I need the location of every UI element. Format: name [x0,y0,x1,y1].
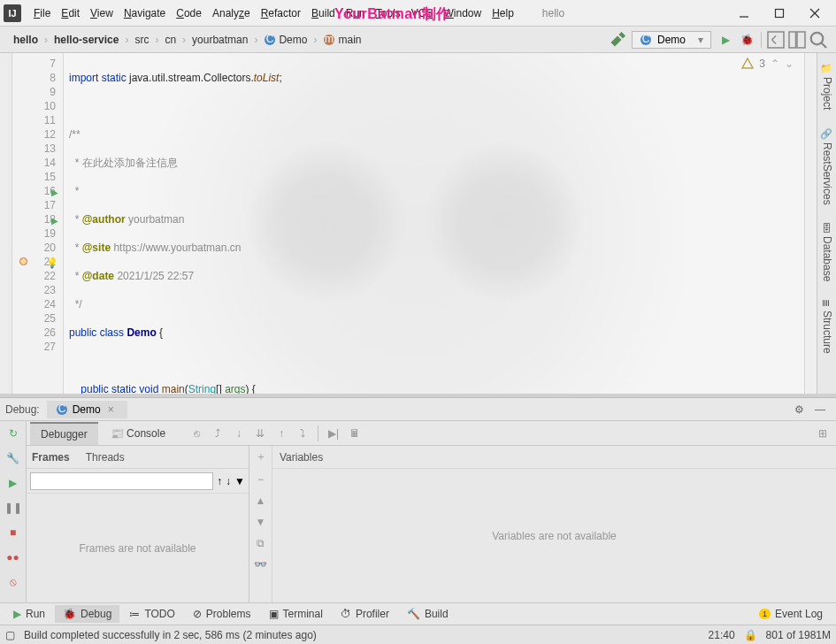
svg-text:C: C [266,34,274,45]
run-to-cursor-icon[interactable]: ▶| [324,424,343,443]
build-hammer-icon[interactable] [607,29,628,50]
step-into-icon[interactable]: ↓ [229,424,249,443]
crumb-class[interactable]: CDemo [257,33,313,47]
stop-icon[interactable]: ■ [4,524,22,541]
frame-filter-icon[interactable]: ▼ [234,475,245,487]
frames-empty-text: Frames are not available [27,494,249,602]
tab-build[interactable]: 🔨Build [399,605,456,623]
svg-rect-11 [789,32,796,48]
left-gutter-strip[interactable] [0,53,12,394]
tab-problems[interactable]: ⊘Problems [185,605,259,623]
debug-tool-window: Debug: C Demo × ⚙ — ↻ 🔧 ▶ ❚❚ ■ ●● ⦸ Debu… [0,397,836,602]
tab-debug[interactable]: 🐞Debug [55,605,119,623]
tab-event-log[interactable]: 1Event Log [751,605,831,623]
menu-analyze[interactable]: Analyze [207,7,256,19]
subtab-threads[interactable]: Threads [86,451,125,464]
watches-view-icon[interactable]: 👓 [254,558,267,571]
code-editor[interactable]: 3 ⌃⌄ 78910 11121314 15 16▶ 17 18▶ 1920 2… [12,53,817,394]
variables-title: Variables [272,446,836,469]
tab-project[interactable]: 📁 Project [819,58,835,113]
tab-run[interactable]: ▶Run [5,605,53,623]
memory-indicator[interactable]: 801 of 1981M [766,629,831,641]
intention-bulb-icon[interactable]: 💡 [46,256,58,270]
tab-terminal[interactable]: ▣Terminal [261,605,331,623]
caret-position[interactable]: 21:40 [709,629,735,641]
code-area[interactable]: import static java.util.stream.Collector… [64,53,804,394]
tab-restservices[interactable]: 🔗 RestServices [819,124,835,209]
evaluate-icon[interactable]: 🖩 [345,424,364,443]
close-tab-icon[interactable]: × [108,403,119,416]
tool-windows-icon[interactable]: ▢ [5,629,15,641]
lock-icon[interactable]: 🔒 [744,629,757,641]
select-in-icon[interactable] [786,29,808,50]
force-step-into-icon[interactable]: ⇊ [250,424,270,443]
menu-help[interactable]: Help [487,7,519,19]
modify-run-icon[interactable]: 🔧 [4,449,22,467]
resume-icon[interactable]: ▶ [4,474,22,492]
show-exec-icon[interactable]: ⎋ [187,424,206,443]
debug-title-label: Debug: [5,403,40,416]
breakpoint-icon[interactable] [19,257,27,265]
tab-database[interactable]: 🗄 Database [819,219,835,285]
tab-structure[interactable]: ≣ Structure [819,295,835,357]
watch-down-icon[interactable]: ▼ [256,516,266,528]
status-message: Build completed successfully in 2 sec, 5… [24,629,317,641]
menu-window[interactable]: Window [438,7,487,19]
variables-empty-text: Variables are not available [272,469,836,602]
menu-refactor[interactable]: Refactor [256,7,306,19]
step-over-icon[interactable]: ⤴ [208,424,227,443]
debug-hide-icon[interactable]: — [809,399,831,420]
view-breakpoints-icon[interactable]: ●● [4,548,22,566]
thread-selector[interactable] [30,472,213,490]
frame-up-icon[interactable]: ↑ [217,475,222,487]
remove-watch-icon[interactable]: − [257,473,264,486]
crumb-method[interactable]: mmain [317,33,367,47]
menu-vcs[interactable]: VCS [406,7,439,19]
run-config-selector[interactable]: C Demo ▾ [632,31,711,49]
tab-debugger[interactable]: Debugger [30,422,98,445]
debug-run-tab[interactable]: C Demo × [47,401,127,418]
inspection-widget[interactable]: 3 ⌃⌄ [741,57,794,71]
menu-build[interactable]: Build [306,7,341,19]
add-watch-icon[interactable]: ＋ [256,449,266,464]
nav-to-source-icon[interactable] [765,29,786,50]
debug-settings-icon[interactable]: ⚙ [788,399,809,420]
layout-settings-icon[interactable]: ⊞ [813,424,832,443]
menu-run[interactable]: Run [341,7,371,19]
crumb-pkg-cn[interactable]: cn [158,33,182,47]
menu-tools[interactable]: Tools [371,7,406,19]
debug-button[interactable]: 🐞 [736,29,757,50]
watch-up-icon[interactable]: ▲ [256,494,266,507]
crumb-project[interactable]: hello [7,33,44,47]
close-button[interactable] [797,1,832,26]
menu-navigate[interactable]: Navigate [119,7,171,19]
title-bar: IJ File Edit View Navigate Code Analyze … [0,0,836,27]
tab-profiler[interactable]: ⏱Profiler [333,605,397,623]
crumb-src[interactable]: src [128,33,155,47]
pause-icon[interactable]: ❚❚ [4,499,22,517]
status-bar: ▢ Build completed successfully in 2 sec,… [0,625,836,644]
menu-code[interactable]: Code [171,7,207,19]
minimize-button[interactable] [726,1,762,26]
step-out-icon[interactable]: ↑ [272,424,291,443]
tab-todo[interactable]: ≔TODO [121,605,182,623]
menu-view[interactable]: View [85,7,119,19]
menu-edit[interactable]: Edit [56,7,85,19]
subtab-frames[interactable]: Frames [32,451,70,464]
frame-down-icon[interactable]: ↓ [226,475,231,487]
tab-console[interactable]: 📰 Console [100,423,176,444]
mute-breakpoints-icon[interactable]: ⦸ [4,573,22,591]
drop-frame-icon[interactable]: ⤵ [293,424,312,443]
maximize-button[interactable] [762,1,797,26]
svg-text:C: C [58,403,65,415]
svg-rect-12 [797,32,805,48]
editor-scrollbar[interactable] [804,53,817,394]
menu-file[interactable]: File [28,7,56,19]
rerun-icon[interactable]: ↻ [4,425,22,442]
line-number-gutter[interactable]: 78910 11121314 15 16▶ 17 18▶ 1920 21💡 22… [12,53,64,394]
copy-watch-icon[interactable]: ⧉ [257,537,265,549]
run-button[interactable]: ▶ [715,29,736,50]
crumb-module[interactable]: hello-service [48,33,125,47]
search-everywhere-icon[interactable] [808,29,829,50]
crumb-pkg-yourbatman[interactable]: yourbatman [186,33,254,47]
